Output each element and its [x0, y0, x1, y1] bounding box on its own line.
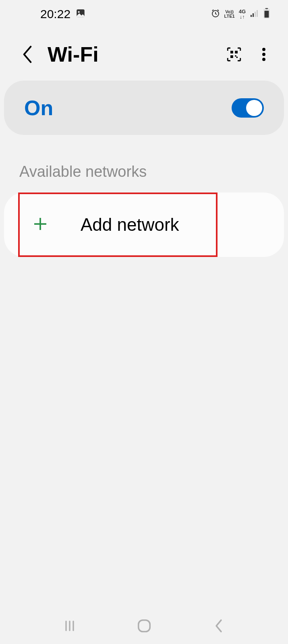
svg-rect-4 — [253, 13, 254, 17]
svg-point-1 — [78, 11, 80, 13]
battery-icon — [263, 8, 270, 20]
recents-icon — [62, 619, 77, 633]
more-vertical-icon — [262, 47, 266, 62]
svg-rect-11 — [235, 51, 238, 54]
svg-rect-9 — [265, 11, 269, 18]
page-header: Wi-Fi — [0, 28, 288, 81]
signal-icon — [250, 8, 259, 20]
alarm-icon — [211, 8, 220, 20]
image-icon — [75, 8, 86, 20]
header-actions — [226, 46, 272, 62]
qr-code-icon — [227, 47, 241, 62]
add-network-label: Add network — [81, 215, 179, 235]
nav-back-button[interactable] — [209, 616, 229, 636]
page-title: Wi-Fi — [48, 42, 226, 66]
wifi-toggle-label: On — [24, 96, 53, 120]
home-icon — [137, 618, 152, 634]
svg-rect-14 — [236, 57, 238, 58]
plus-icon — [32, 216, 48, 234]
add-network-button[interactable]: Add network — [4, 193, 284, 257]
network-4g-icon: 4G↓↑ — [239, 9, 246, 19]
svg-point-16 — [262, 53, 265, 56]
svg-rect-10 — [230, 51, 233, 54]
navigation-bar — [0, 608, 288, 644]
wifi-toggle-switch[interactable] — [232, 98, 264, 118]
recents-button[interactable] — [60, 616, 80, 636]
svg-rect-13 — [235, 55, 236, 56]
home-button[interactable] — [134, 616, 154, 636]
wifi-toggle-card[interactable]: On — [4, 81, 284, 135]
svg-rect-6 — [257, 10, 258, 17]
svg-point-17 — [262, 58, 265, 61]
svg-rect-12 — [230, 55, 233, 58]
svg-rect-3 — [251, 15, 252, 17]
status-time: 20:22 — [40, 7, 70, 21]
qr-scan-button[interactable] — [226, 46, 242, 62]
status-left: 20:22 — [40, 7, 86, 21]
chevron-left-icon — [213, 618, 224, 634]
svg-rect-5 — [255, 12, 256, 17]
status-right: Vo))LTE1 4G↓↑ — [211, 8, 270, 20]
svg-rect-18 — [138, 620, 150, 632]
back-button[interactable] — [19, 46, 35, 62]
status-bar: 20:22 Vo))LTE1 4G↓↑ — [0, 0, 288, 28]
available-networks-label: Available networks — [0, 135, 288, 193]
more-options-button[interactable] — [256, 46, 272, 62]
volte-icon: Vo))LTE1 — [224, 10, 235, 19]
svg-point-15 — [262, 48, 265, 51]
network-list-card: Add network — [4, 193, 284, 257]
chevron-left-icon — [22, 46, 33, 63]
toggle-thumb — [246, 100, 262, 116]
